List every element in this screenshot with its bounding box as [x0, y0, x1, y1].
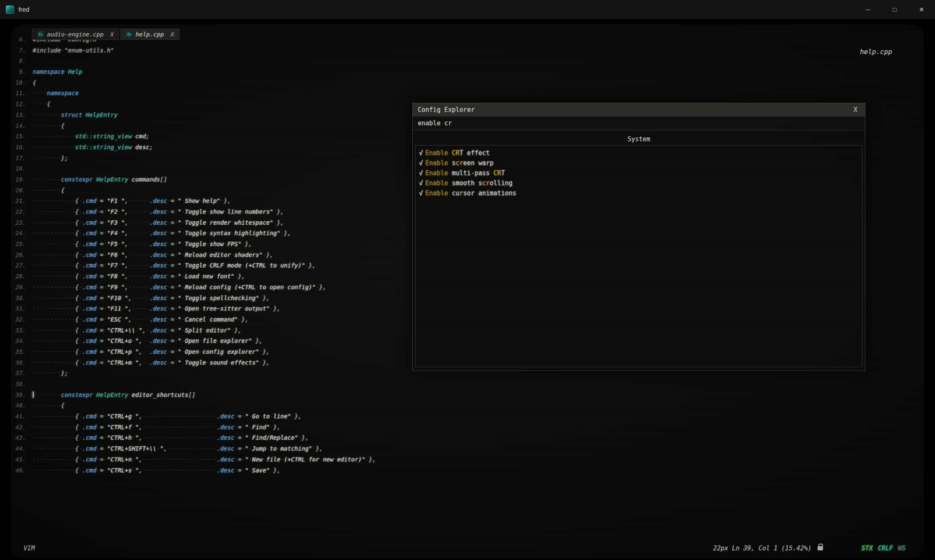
line-number: 40.: [13, 400, 33, 411]
config-close-icon[interactable]: X: [851, 106, 860, 114]
line-number: 29.: [13, 282, 33, 293]
config-explorer-title: Config Explorer: [418, 106, 474, 114]
line-number: 28.: [13, 271, 33, 282]
code-line[interactable]: 40.········{: [13, 400, 924, 411]
line-number: 25.: [13, 239, 33, 250]
config-option[interactable]: √Enable CRT effect: [419, 148, 859, 158]
tab-close-icon[interactable]: X: [171, 31, 174, 38]
status-flags: STXCRLFWS: [862, 544, 906, 552]
line-number: 33.: [13, 325, 33, 336]
config-search-row: [413, 117, 865, 130]
tab-audio-engine[interactable]: audio-engine.cpp X: [32, 29, 119, 40]
config-option[interactable]: √Enable smooth scrolling: [419, 178, 859, 188]
checkmark-icon: √: [419, 149, 423, 157]
line-number: 20.: [13, 185, 33, 196]
tab-bar: audio-engine.cpp X help.cpp X: [32, 29, 180, 40]
line-number: 23.: [13, 218, 33, 228]
tab-help[interactable]: help.cpp X: [120, 29, 180, 40]
tab-label: audio-engine.cpp: [47, 31, 104, 38]
line-number: 31.: [13, 303, 33, 314]
lock-icon: [818, 546, 823, 550]
config-search-input[interactable]: [418, 119, 860, 127]
window-controls: ─ □ ✕: [854, 0, 935, 19]
config-section-title: System: [413, 135, 865, 143]
config-explorer-header: Config Explorer X: [413, 103, 865, 117]
app-icon: [6, 5, 14, 14]
line-number: 22.: [13, 207, 33, 218]
line-number: 27.: [13, 260, 33, 271]
code-line[interactable]: 7.#include·"enum-utils.h": [13, 45, 924, 56]
code-line[interactable]: 39.········constexpr·HelpEntry·editor_sh…: [13, 390, 924, 401]
line-number: 32.: [13, 314, 33, 325]
code-line[interactable]: 41.············{·.cmd·=·"CTRL+g·",······…: [13, 411, 924, 422]
cpp-file-icon: [126, 31, 132, 37]
close-button[interactable]: ✕: [908, 0, 935, 19]
line-number: 26.: [13, 250, 33, 261]
line-number: 37.: [13, 368, 33, 379]
line-number: 15.: [13, 131, 33, 142]
line-number: 43.: [13, 433, 33, 443]
line-number: 39.: [13, 390, 33, 401]
cpp-file-icon: [37, 31, 44, 37]
status-flag-stx: STX: [862, 544, 873, 552]
status-flag-crlf: CRLF: [878, 544, 893, 552]
code-line[interactable]: 38.: [13, 379, 924, 390]
line-number: 21.: [13, 196, 33, 207]
line-number: 41.: [13, 411, 33, 422]
line-number: 6.: [13, 34, 33, 45]
line-number: 7.: [13, 45, 33, 56]
checkmark-icon: √: [419, 189, 423, 197]
code-line[interactable]: 11.····namespace: [13, 88, 924, 99]
config-item-list: √Enable CRT effect√Enable screen warp√En…: [415, 145, 862, 367]
config-option[interactable]: √Enable multi-pass CRT: [419, 168, 859, 178]
line-number: 10.: [13, 78, 33, 88]
window-title: fred: [18, 6, 29, 13]
config-option[interactable]: √Enable screen warp: [419, 158, 859, 168]
line-number: 30.: [13, 293, 33, 304]
line-number: 38.: [13, 379, 33, 390]
line-number: 13.: [13, 110, 33, 121]
code-line[interactable]: 45.············{·.cmd·=·"CTRL+n·",······…: [13, 454, 924, 465]
line-number: 14.: [13, 121, 33, 132]
crt-screen: 6.#include·"config.h"7.#include·"enum-ut…: [11, 24, 924, 558]
filename-badge: help.cpp: [860, 48, 892, 56]
line-number: 12.: [13, 99, 33, 110]
line-number: 46.: [13, 465, 33, 476]
tab-label: help.cpp: [135, 31, 164, 38]
status-mode: VIM: [23, 544, 35, 552]
code-line[interactable]: 10.{: [13, 78, 924, 88]
line-number: 44.: [13, 443, 33, 454]
code-line[interactable]: 8.: [13, 56, 924, 67]
tab-close-icon[interactable]: X: [110, 31, 114, 38]
checkmark-icon: √: [419, 169, 423, 177]
line-number: 42.: [13, 422, 33, 433]
maximize-button[interactable]: □: [881, 0, 908, 19]
line-number: 16.: [13, 142, 33, 153]
code-line[interactable]: 9.namespace·Help: [13, 67, 924, 78]
line-number: 35.: [13, 347, 33, 358]
line-number: 8.: [13, 56, 33, 67]
status-bar: VIM 22px Ln 39, Col 1 (15.42%) STXCRLFWS: [23, 543, 906, 553]
line-number: 19.: [13, 174, 33, 185]
code-line[interactable]: 42.············{·.cmd·=·"CTRL+f·",······…: [13, 422, 924, 433]
minimize-button[interactable]: ─: [854, 0, 881, 19]
code-line[interactable]: 46.············{·.cmd·=·"CTRL+s·",······…: [13, 465, 924, 476]
code-line[interactable]: 44.············{·.cmd·=·"CTRL+SHIFT+\\·"…: [13, 443, 924, 454]
line-number: 11.: [13, 88, 33, 99]
line-number: 36.: [13, 358, 33, 368]
line-number: 17.: [13, 153, 33, 164]
line-number: 18.: [13, 163, 33, 174]
checkmark-icon: √: [419, 159, 423, 167]
code-line[interactable]: 43.············{·.cmd·=·"CTRL+h·",······…: [13, 433, 924, 443]
config-explorer-panel: Config Explorer X System √Enable CRT eff…: [412, 103, 865, 371]
status-position-info: 22px Ln 39, Col 1 (15.42%): [713, 544, 812, 552]
line-number: 34.: [13, 336, 33, 347]
config-option[interactable]: √Enable cursor animations: [419, 188, 859, 198]
status-flag-ws: WS: [898, 544, 906, 552]
line-number: 9.: [13, 67, 33, 78]
line-number: 45.: [13, 454, 33, 465]
status-right: 22px Ln 39, Col 1 (15.42%) STXCRLFWS: [713, 544, 906, 552]
line-number: 24.: [13, 228, 33, 239]
checkmark-icon: √: [419, 179, 423, 187]
titlebar: fred ─ □ ✕: [0, 0, 935, 19]
